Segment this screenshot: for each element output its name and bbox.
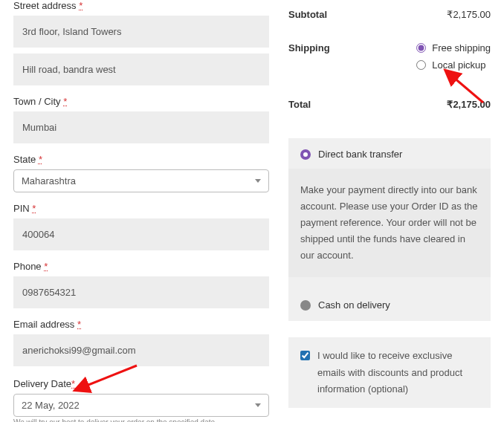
consent-checkbox[interactable] bbox=[300, 351, 310, 360]
required-mark: * bbox=[77, 319, 81, 330]
phone-input[interactable] bbox=[13, 276, 269, 308]
delivery-date-select[interactable]: 22 May, 2022 bbox=[13, 394, 269, 417]
shipping-free-option[interactable]: Free shipping bbox=[416, 42, 491, 53]
required-mark: * bbox=[39, 154, 42, 165]
chevron-down-icon bbox=[255, 403, 261, 407]
phone-label: Phone * bbox=[13, 261, 269, 272]
street-line1-input[interactable] bbox=[13, 16, 269, 48]
phone-field: Phone * bbox=[13, 261, 269, 308]
street-label: Street address * bbox=[13, 0, 269, 11]
radio-unselected-icon bbox=[300, 300, 311, 311]
billing-form: Street address * Town / City * State * M… bbox=[0, 0, 282, 422]
pin-label: PIN * bbox=[13, 203, 269, 214]
consent-box: I would like to receive exclusive emails… bbox=[288, 337, 491, 407]
email-label: Email address * bbox=[13, 319, 269, 330]
shipping-row: Shipping Free shipping Local pickup bbox=[288, 29, 491, 85]
subtotal-label: Subtotal bbox=[288, 9, 327, 20]
city-field: Town / City * bbox=[13, 96, 269, 143]
state-value: Maharashtra bbox=[22, 175, 76, 186]
shipping-pickup-option[interactable]: Local pickup bbox=[416, 59, 491, 71]
street-field: Street address * bbox=[13, 0, 269, 48]
subtotal-row: Subtotal ₹2,175.00 bbox=[288, 0, 491, 29]
shipping-label: Shipping bbox=[288, 42, 330, 53]
required-mark: * bbox=[79, 0, 83, 11]
email-input[interactable] bbox=[13, 334, 269, 366]
payment-bank-box: Direct bank transfer Make your payment d… bbox=[288, 138, 491, 321]
total-value: ₹2,175.00 bbox=[447, 99, 491, 110]
payment-bank-option[interactable]: Direct bank transfer bbox=[300, 149, 479, 160]
delivery-field: Delivery Date* 22 May, 2022 We will try … bbox=[13, 378, 269, 422]
payment-bank-label: Direct bank transfer bbox=[318, 149, 402, 160]
required-mark: * bbox=[63, 96, 67, 107]
required-mark: * bbox=[44, 261, 48, 272]
delivery-date-value: 22 May, 2022 bbox=[22, 400, 80, 411]
payment-cod-option[interactable]: Cash on delivery bbox=[300, 299, 479, 311]
state-select[interactable]: Maharashtra bbox=[13, 169, 269, 192]
delivery-hint: We will try our best to deliver your ord… bbox=[13, 418, 269, 422]
pin-field: PIN * bbox=[13, 203, 269, 250]
chevron-down-icon bbox=[255, 179, 261, 183]
city-input[interactable] bbox=[13, 111, 269, 143]
order-summary: Subtotal ₹2,175.00 Shipping Free shippin… bbox=[282, 0, 504, 422]
pin-input[interactable] bbox=[13, 218, 269, 250]
shipping-pickup-radio[interactable] bbox=[416, 60, 426, 70]
city-label: Town / City * bbox=[13, 96, 269, 107]
consent-text: I would like to receive exclusive emails… bbox=[317, 348, 479, 397]
street2-field bbox=[13, 53, 269, 85]
total-row: Total ₹2,175.00 bbox=[288, 85, 491, 119]
shipping-free-radio[interactable] bbox=[416, 43, 426, 53]
shipping-free-label: Free shipping bbox=[432, 42, 491, 53]
shipping-pickup-label: Local pickup bbox=[432, 59, 485, 71]
delivery-label: Delivery Date* bbox=[13, 378, 269, 389]
payment-cod-label: Cash on delivery bbox=[318, 299, 390, 311]
state-field: State * Maharashtra bbox=[13, 154, 269, 192]
required-mark: * bbox=[71, 378, 75, 389]
subtotal-value: ₹2,175.00 bbox=[447, 9, 491, 20]
shipping-options: Free shipping Local pickup bbox=[416, 42, 491, 77]
required-mark: * bbox=[32, 203, 36, 214]
radio-selected-icon bbox=[300, 149, 311, 160]
street-line2-input[interactable] bbox=[13, 53, 269, 85]
state-label: State * bbox=[13, 154, 269, 165]
email-field: Email address * bbox=[13, 319, 269, 366]
payment-bank-desc: Make your payment directly into our bank… bbox=[288, 169, 491, 277]
total-label: Total bbox=[288, 99, 311, 110]
